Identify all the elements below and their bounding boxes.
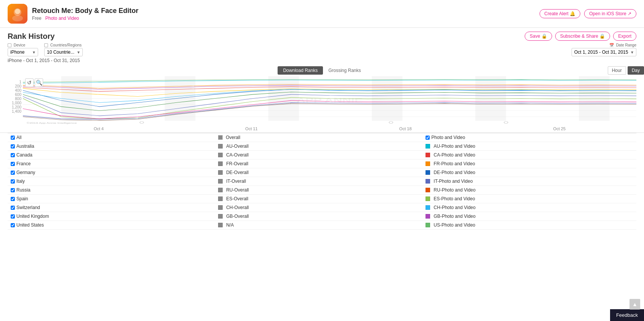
checkbox-country-5[interactable] — [11, 188, 15, 192]
svg-point-3 — [12, 15, 23, 21]
photo-color-swatch — [426, 223, 430, 227]
svg-text:©2019 App Annie Intelligence: ©2019 App Annie Intelligence — [27, 122, 77, 125]
save-button[interactable]: Save 🔒 — [525, 32, 552, 41]
app-header: Retouch Me: Body & Face Editor Free Phot… — [0, 0, 644, 28]
controls-row: Device iPhone iPad Android ▼ Countries/R… — [8, 43, 636, 56]
chart-inner: ↺ 🔍 — [23, 76, 636, 125]
regions-control: Countries/Regions 10 Countrie... ▼ — [44, 43, 83, 56]
legend-country-cell: France — [8, 160, 215, 168]
legend-photo-cell: IT-Photo and Video — [422, 177, 636, 186]
legend-photo-cell: ES-Photo and Video — [422, 195, 636, 203]
device-control: Device iPhone iPad Android ▼ — [8, 43, 38, 56]
zoom-controls: ↺ 🔍 — [25, 78, 43, 87]
export-button[interactable]: Export — [613, 32, 636, 41]
overall-color-swatch — [218, 144, 223, 149]
create-alert-button[interactable]: Create Alert 🔔 — [540, 9, 581, 18]
device-label: Device — [8, 43, 38, 47]
photo-color-swatch — [426, 196, 430, 201]
zoom-in-button[interactable]: 🔍 — [35, 78, 43, 87]
legend-header-all: All — [8, 133, 215, 142]
app-title: Retouch Me: Body & Face Editor — [32, 7, 138, 15]
checkbox-country-6[interactable] — [11, 197, 15, 201]
legend-overall-cell: DE-Overall — [215, 168, 422, 177]
checkbox-country-3[interactable] — [11, 171, 15, 175]
device-select[interactable]: iPhone iPad Android — [8, 48, 38, 56]
svg-point-19 — [389, 121, 393, 123]
open-store-button[interactable]: Open in iOS Store ↗ — [584, 9, 636, 18]
legend-photo-cell: FR-Photo and Video — [422, 160, 636, 168]
legend-overall-cell: GB-Overall — [215, 212, 422, 221]
y-axis: 1 200 400 600 800 1,000 1,200 1,400 — [8, 76, 23, 125]
time-hour-button[interactable]: Hour — [608, 66, 626, 75]
legend-photo-cell: CH-Photo and Video — [422, 203, 636, 212]
photo-color-swatch — [426, 161, 430, 166]
subscribe-share-button[interactable]: Subscribe & Share 🔒 — [555, 32, 610, 41]
chart-tabs: Download Ranks Grossing Ranks — [278, 66, 366, 75]
overall-color-swatch — [218, 188, 223, 192]
legend-overall-cell: AU-Overall — [215, 142, 422, 151]
legend-row: Russia RU-Overall RU-Photo and Video — [8, 186, 636, 195]
legend-section: All Overall Photo and Video — [0, 133, 644, 230]
checkbox-country-0[interactable] — [11, 144, 15, 149]
overall-color-swatch — [218, 153, 223, 157]
app-price: Free — [32, 16, 42, 21]
overall-label: CA-Overall — [226, 152, 249, 158]
country-name: Russia — [16, 187, 31, 193]
svg-text:APP ANNIE: APP ANNIE — [297, 97, 363, 104]
checkbox-country-2[interactable] — [11, 162, 15, 166]
time-day-button[interactable]: Day — [628, 66, 644, 75]
header-photo-label: Photo and Video — [431, 135, 465, 140]
tab-grossing-ranks[interactable]: Grossing Ranks — [323, 66, 366, 75]
zoom-reset-button[interactable]: ↺ — [25, 78, 34, 87]
photo-color-swatch — [426, 153, 430, 157]
date-range-group: 📅 Date Range Oct 1, 2015 - Oct 31, 2015 … — [572, 43, 636, 56]
checkbox-photo-header[interactable] — [426, 136, 430, 140]
photo-label: DE-Photo and Video — [434, 170, 475, 175]
photo-label: GB-Photo and Video — [434, 214, 475, 219]
legend-row: Germany DE-Overall DE-Photo and Video — [8, 168, 636, 177]
photo-label: CH-Photo and Video — [434, 205, 475, 210]
country-name: France — [16, 161, 31, 166]
legend-country-cell: United States — [8, 221, 215, 230]
legend-photo-cell: US-Photo and Video — [422, 221, 636, 230]
header-all-label: All — [16, 135, 21, 140]
legend-photo-cell: DE-Photo and Video — [422, 168, 636, 177]
country-name: Spain — [16, 196, 28, 201]
app-meta: Free Photo and Video — [32, 16, 138, 21]
svg-text:◇: ◇ — [308, 97, 313, 100]
country-name: Canada — [16, 152, 32, 158]
legend-row: France FR-Overall FR-Photo and Video — [8, 160, 636, 168]
date-range-select[interactable]: Oct 1, 2015 - Oct 31, 2015 — [572, 48, 636, 56]
legend-country-cell: United Kingdom — [8, 212, 215, 221]
app-category-link[interactable]: Photo and Video — [45, 16, 79, 21]
legend-row: United Kingdom GB-Overall GB-Photo and V… — [8, 212, 636, 221]
checkbox-country-9[interactable] — [11, 223, 15, 227]
regions-label: Countries/Regions — [44, 43, 83, 47]
checkbox-country-7[interactable] — [11, 206, 15, 210]
x-label-oct4: Oct 4 — [94, 126, 104, 131]
tab-download-ranks[interactable]: Download Ranks — [278, 66, 323, 75]
regions-select-wrapper: 10 Countrie... ▼ — [44, 48, 83, 56]
checkbox-country-8[interactable] — [11, 214, 15, 219]
rank-actions: Save 🔒 Subscribe & Share 🔒 Export — [525, 32, 636, 41]
regions-select[interactable]: 10 Countrie... — [44, 48, 83, 56]
checkbox-country-1[interactable] — [11, 153, 15, 157]
legend-row: Australia AU-Overall AU-Photo and Video — [8, 142, 636, 151]
photo-label: FR-Photo and Video — [434, 161, 475, 166]
legend-photo-cell: RU-Photo and Video — [422, 186, 636, 195]
date-range-label: 📅 Date Range — [609, 43, 636, 47]
photo-color-swatch — [426, 144, 430, 149]
overall-label: RU-Overall — [226, 187, 249, 193]
overall-color-swatch — [218, 196, 223, 201]
rank-title: Rank History — [8, 32, 55, 41]
photo-color-swatch — [426, 179, 430, 184]
legend-country-cell: Switzerland — [8, 203, 215, 212]
checkbox-country-4[interactable] — [11, 179, 15, 184]
overall-label: FR-Overall — [226, 161, 248, 166]
legend-country-cell: Spain — [8, 195, 215, 203]
chart-wrapper: 1 200 400 600 800 1,000 1,200 1,400 ↺ 🔍 — [0, 76, 644, 125]
legend-overall-cell: RU-Overall — [215, 186, 422, 195]
photo-color-swatch — [426, 188, 430, 192]
checkbox-all[interactable] — [11, 136, 15, 140]
regions-icon — [44, 43, 48, 47]
